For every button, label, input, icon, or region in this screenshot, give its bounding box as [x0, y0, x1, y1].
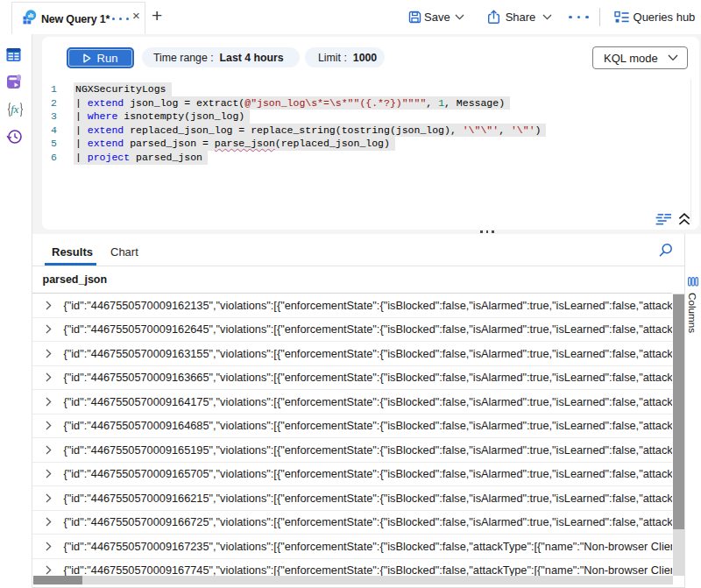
svg-text:fx: fx: [11, 103, 18, 116]
